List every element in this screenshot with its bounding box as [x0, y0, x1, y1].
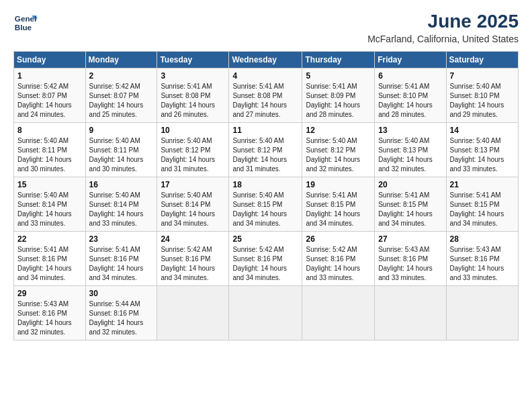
day-number: 3: [161, 71, 225, 81]
day-info: Sunrise: 5:41 AMSunset: 8:15 PMDaylight:…: [450, 191, 504, 227]
day-cell: 25 Sunrise: 5:42 AMSunset: 8:16 PMDaylig…: [229, 232, 302, 286]
week-row-5: 29 Sunrise: 5:43 AMSunset: 8:16 PMDaylig…: [14, 286, 519, 340]
day-info: Sunrise: 5:40 AMSunset: 8:15 PMDaylight:…: [232, 191, 287, 227]
day-number: 5: [306, 71, 371, 81]
day-cell: 22 Sunrise: 5:41 AMSunset: 8:16 PMDaylig…: [14, 232, 86, 286]
day-info: Sunrise: 5:41 AMSunset: 8:15 PMDaylight:…: [378, 191, 433, 227]
day-number: 7: [450, 71, 515, 81]
day-cell: 10 Sunrise: 5:40 AMSunset: 8:12 PMDaylig…: [157, 123, 229, 177]
day-cell: 2 Sunrise: 5:42 AMSunset: 8:07 PMDayligh…: [85, 68, 157, 123]
day-cell: 5 Sunrise: 5:41 AMSunset: 8:09 PMDayligh…: [302, 68, 375, 123]
day-cell: 23 Sunrise: 5:41 AMSunset: 8:16 PMDaylig…: [85, 232, 157, 286]
day-info: Sunrise: 5:40 AMSunset: 8:12 PMDaylight:…: [161, 137, 215, 173]
logo-icon: General Blue: [13, 11, 38, 35]
day-info: Sunrise: 5:43 AMSunset: 8:16 PMDaylight:…: [378, 246, 433, 281]
day-info: Sunrise: 5:40 AMSunset: 8:13 PMDaylight:…: [450, 137, 504, 173]
day-cell: [446, 286, 518, 340]
day-info: Sunrise: 5:41 AMSunset: 8:16 PMDaylight:…: [89, 246, 144, 281]
col-friday: Friday: [375, 52, 446, 68]
day-info: Sunrise: 5:40 AMSunset: 8:12 PMDaylight:…: [232, 137, 287, 173]
day-number: 30: [89, 289, 154, 298]
day-number: 9: [89, 126, 154, 135]
day-number: 16: [89, 180, 154, 189]
day-info: Sunrise: 5:41 AMSunset: 8:08 PMDaylight:…: [161, 83, 215, 118]
day-cell: 16 Sunrise: 5:40 AMSunset: 8:14 PMDaylig…: [85, 177, 157, 232]
day-info: Sunrise: 5:42 AMSunset: 8:07 PMDaylight:…: [17, 83, 72, 118]
col-tuesday: Tuesday: [157, 52, 229, 68]
day-number: 10: [161, 126, 225, 135]
main-title: June 2025: [367, 11, 519, 32]
header: General Blue June 2025 McFarland, Califo…: [13, 11, 519, 44]
day-cell: 6 Sunrise: 5:41 AMSunset: 8:10 PMDayligh…: [375, 68, 446, 123]
day-number: 2: [89, 71, 154, 81]
day-info: Sunrise: 5:40 AMSunset: 8:11 PMDaylight:…: [17, 137, 72, 173]
day-cell: 20 Sunrise: 5:41 AMSunset: 8:15 PMDaylig…: [375, 177, 446, 232]
day-cell: [229, 286, 302, 340]
col-wednesday: Wednesday: [229, 52, 302, 68]
day-cell: 26 Sunrise: 5:42 AMSunset: 8:16 PMDaylig…: [302, 232, 375, 286]
day-cell: 28 Sunrise: 5:43 AMSunset: 8:16 PMDaylig…: [446, 232, 518, 286]
day-number: 13: [378, 126, 442, 135]
day-number: 11: [232, 126, 298, 135]
day-cell: 21 Sunrise: 5:41 AMSunset: 8:15 PMDaylig…: [446, 177, 518, 232]
day-number: 20: [378, 180, 442, 189]
day-number: 26: [306, 234, 371, 244]
day-number: 4: [232, 71, 298, 81]
day-info: Sunrise: 5:40 AMSunset: 8:14 PMDaylight:…: [161, 191, 215, 227]
calendar: Sunday Monday Tuesday Wednesday Thursday…: [13, 51, 519, 340]
day-info: Sunrise: 5:43 AMSunset: 8:16 PMDaylight:…: [17, 300, 72, 336]
day-cell: 15 Sunrise: 5:40 AMSunset: 8:14 PMDaylig…: [14, 177, 86, 232]
day-info: Sunrise: 5:41 AMSunset: 8:16 PMDaylight:…: [17, 246, 72, 281]
day-info: Sunrise: 5:40 AMSunset: 8:13 PMDaylight:…: [378, 137, 433, 173]
day-number: 29: [17, 289, 82, 298]
week-row-1: 1 Sunrise: 5:42 AMSunset: 8:07 PMDayligh…: [14, 68, 519, 123]
day-cell: 18 Sunrise: 5:40 AMSunset: 8:15 PMDaylig…: [229, 177, 302, 232]
day-info: Sunrise: 5:40 AMSunset: 8:12 PMDaylight:…: [306, 137, 360, 173]
day-cell: 8 Sunrise: 5:40 AMSunset: 8:11 PMDayligh…: [14, 123, 86, 177]
title-block: June 2025 McFarland, California, United …: [367, 11, 519, 44]
day-info: Sunrise: 5:40 AMSunset: 8:11 PMDaylight:…: [89, 137, 144, 173]
day-cell: 12 Sunrise: 5:40 AMSunset: 8:12 PMDaylig…: [302, 123, 375, 177]
header-row: Sunday Monday Tuesday Wednesday Thursday…: [14, 52, 519, 68]
col-sunday: Sunday: [14, 52, 86, 68]
day-info: Sunrise: 5:43 AMSunset: 8:16 PMDaylight:…: [450, 246, 504, 281]
day-cell: 1 Sunrise: 5:42 AMSunset: 8:07 PMDayligh…: [14, 68, 86, 123]
day-info: Sunrise: 5:41 AMSunset: 8:15 PMDaylight:…: [306, 191, 360, 227]
day-cell: 11 Sunrise: 5:40 AMSunset: 8:12 PMDaylig…: [229, 123, 302, 177]
col-thursday: Thursday: [302, 52, 375, 68]
day-number: 6: [378, 71, 442, 81]
day-cell: 13 Sunrise: 5:40 AMSunset: 8:13 PMDaylig…: [375, 123, 446, 177]
day-info: Sunrise: 5:41 AMSunset: 8:10 PMDaylight:…: [378, 83, 433, 118]
week-row-2: 8 Sunrise: 5:40 AMSunset: 8:11 PMDayligh…: [14, 123, 519, 177]
day-number: 21: [450, 180, 515, 189]
day-cell: 9 Sunrise: 5:40 AMSunset: 8:11 PMDayligh…: [85, 123, 157, 177]
subtitle: McFarland, California, United States: [367, 34, 519, 44]
day-info: Sunrise: 5:42 AMSunset: 8:16 PMDaylight:…: [232, 246, 287, 281]
week-row-4: 22 Sunrise: 5:41 AMSunset: 8:16 PMDaylig…: [14, 232, 519, 286]
day-number: 1: [17, 71, 82, 81]
day-number: 17: [161, 180, 225, 189]
day-info: Sunrise: 5:42 AMSunset: 8:07 PMDaylight:…: [89, 83, 144, 118]
day-info: Sunrise: 5:41 AMSunset: 8:08 PMDaylight:…: [232, 83, 287, 118]
week-row-3: 15 Sunrise: 5:40 AMSunset: 8:14 PMDaylig…: [14, 177, 519, 232]
day-info: Sunrise: 5:41 AMSunset: 8:09 PMDaylight:…: [306, 83, 360, 118]
day-info: Sunrise: 5:44 AMSunset: 8:16 PMDaylight:…: [89, 300, 144, 336]
day-cell: 7 Sunrise: 5:40 AMSunset: 8:10 PMDayligh…: [446, 68, 518, 123]
day-number: 15: [17, 180, 82, 189]
day-number: 12: [306, 126, 371, 135]
svg-text:Blue: Blue: [15, 23, 32, 32]
day-number: 24: [161, 234, 225, 244]
day-cell: 27 Sunrise: 5:43 AMSunset: 8:16 PMDaylig…: [375, 232, 446, 286]
day-number: 8: [17, 126, 82, 135]
day-cell: 17 Sunrise: 5:40 AMSunset: 8:14 PMDaylig…: [157, 177, 229, 232]
day-cell: [375, 286, 446, 340]
day-info: Sunrise: 5:42 AMSunset: 8:16 PMDaylight:…: [161, 246, 215, 281]
day-number: 28: [450, 234, 515, 244]
day-cell: 24 Sunrise: 5:42 AMSunset: 8:16 PMDaylig…: [157, 232, 229, 286]
day-cell: [302, 286, 375, 340]
day-cell: 3 Sunrise: 5:41 AMSunset: 8:08 PMDayligh…: [157, 68, 229, 123]
col-saturday: Saturday: [446, 52, 518, 68]
day-cell: 14 Sunrise: 5:40 AMSunset: 8:13 PMDaylig…: [446, 123, 518, 177]
day-number: 23: [89, 234, 154, 244]
col-monday: Monday: [85, 52, 157, 68]
